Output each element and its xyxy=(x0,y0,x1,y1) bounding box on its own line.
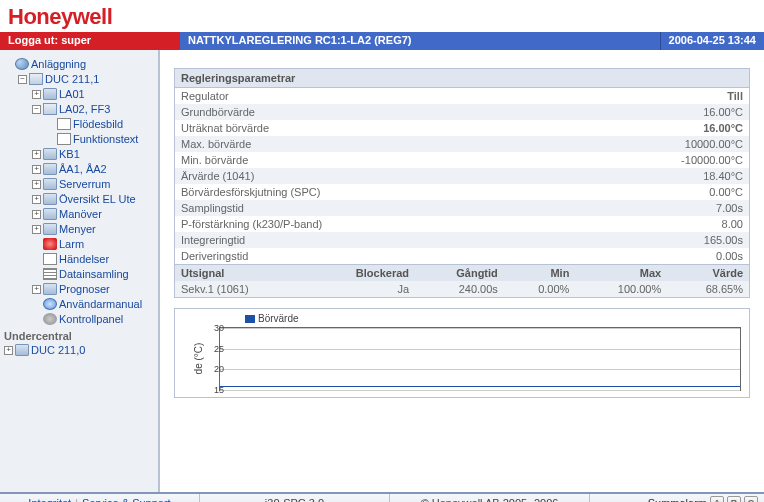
param-label: Deriveringstid xyxy=(175,248,562,264)
tree-toggle-icon[interactable]: + xyxy=(32,165,41,174)
param-value[interactable]: -10000.00°C xyxy=(562,152,749,168)
chart-grid: 15202530 xyxy=(219,327,741,391)
tree-label: DUC 211,0 xyxy=(31,344,85,356)
output-table: UtsignalBlockeradGångtidMinMaxVärdeSekv.… xyxy=(175,264,749,297)
tree-node[interactable]: +Menyer xyxy=(32,222,156,236)
tree-label: LA01 xyxy=(59,88,85,100)
tree-node[interactable]: Användarmanual xyxy=(32,297,156,311)
param-row: Integreringtid165.00s xyxy=(175,232,749,248)
param-row: Min. börvärde-10000.00°C xyxy=(175,152,749,168)
tree-label: Anläggning xyxy=(31,58,86,70)
tree-toggle-icon[interactable]: − xyxy=(18,75,27,84)
tree-label: Datainsamling xyxy=(59,268,129,280)
alarm-badge-c[interactable]: C xyxy=(744,496,758,502)
tree-node[interactable]: +KB1 xyxy=(32,147,156,161)
alarm-badge-a[interactable]: A xyxy=(710,496,724,502)
tree-label: DUC 211,1 xyxy=(45,73,99,85)
output-header: Värde xyxy=(667,265,749,282)
tree-node[interactable]: +Manöver xyxy=(32,207,156,221)
footer-link-support[interactable]: Service & Support xyxy=(82,497,171,502)
logout-user: super xyxy=(61,34,91,46)
tree-node[interactable]: +Prognoser xyxy=(32,282,156,296)
param-value[interactable]: 0.00s xyxy=(562,248,749,264)
param-label: Integreringtid xyxy=(175,232,562,248)
param-row: RegulatorTill xyxy=(175,88,749,104)
tree-label: Prognoser xyxy=(59,283,110,295)
output-header-row: UtsignalBlockeradGångtidMinMaxVärde xyxy=(175,265,749,282)
tree-toggle-icon[interactable]: + xyxy=(32,195,41,204)
nav-tree[interactable]: Anläggning−DUC 211,1+LA01−LA02, FF3Flöde… xyxy=(0,50,160,492)
chart-ylabel: de (°C) xyxy=(193,343,204,375)
param-label: Uträknat börvärde xyxy=(175,120,562,136)
tree-toggle-icon[interactable]: + xyxy=(32,150,41,159)
output-header: Min xyxy=(504,265,576,282)
param-label: Grundbörvärde xyxy=(175,104,562,120)
output-header: Utsignal xyxy=(175,265,307,282)
alarm-badge-b[interactable]: B xyxy=(727,496,741,502)
gear-icon xyxy=(43,313,57,325)
tree-label: Översikt EL Ute xyxy=(59,193,136,205)
chart-ytick: 30 xyxy=(214,323,224,333)
param-row: Uträknat börvärde16.00°C xyxy=(175,120,749,136)
param-value[interactable]: 18.40°C xyxy=(562,168,749,184)
tree-node[interactable]: +Översikt EL Ute xyxy=(32,192,156,206)
tree-toggle-icon[interactable]: + xyxy=(4,346,13,355)
output-header: Gångtid xyxy=(415,265,504,282)
param-value[interactable]: Till xyxy=(562,88,749,104)
tree-node[interactable]: −LA02, FF3 xyxy=(32,102,156,116)
tree-node[interactable]: Datainsamling xyxy=(32,267,156,281)
brand-logo: Honeywell xyxy=(0,0,764,32)
tree-node[interactable]: +DUC 211,0 xyxy=(4,343,156,357)
tree-node[interactable]: Kontrollpanel xyxy=(32,312,156,326)
tree-node[interactable]: Anläggning xyxy=(4,57,156,71)
logout-area[interactable]: Logga ut: super xyxy=(0,32,180,50)
tree-node[interactable]: −DUC 211,1 xyxy=(18,72,156,86)
tree-label: ÅA1, ÅA2 xyxy=(59,163,107,175)
param-value[interactable]: 16.00°C xyxy=(562,120,749,136)
tree-node[interactable]: Flödesbild xyxy=(46,117,156,131)
param-value[interactable]: 8.00 xyxy=(562,216,749,232)
param-value[interactable]: 7.00s xyxy=(562,200,749,216)
tree-node[interactable]: Händelser xyxy=(32,252,156,266)
tree-toggle-icon[interactable]: + xyxy=(32,90,41,99)
tree-toggle-icon[interactable]: + xyxy=(32,210,41,219)
output-row: Sekv.1 (1061)Ja240.00s0.00%100.00%68.65% xyxy=(175,281,749,297)
grid-icon xyxy=(43,268,57,280)
output-cell: 100.00% xyxy=(575,281,667,297)
chart-ytick: 25 xyxy=(214,344,224,354)
param-row: Börvärdesförskjutning (SPC)0.00°C xyxy=(175,184,749,200)
param-row: Max. börvärde10000.00°C xyxy=(175,136,749,152)
tree-label: KB1 xyxy=(59,148,80,160)
tree-toggle-icon[interactable]: + xyxy=(32,285,41,294)
chart-series-line xyxy=(220,386,740,387)
globe-icon xyxy=(15,58,29,70)
tree-node[interactable]: +Serverrum xyxy=(32,177,156,191)
tree-toggle-icon[interactable]: − xyxy=(32,105,41,114)
chart-panel: Börvärde de (°C) 15202530 xyxy=(174,308,750,398)
tree-node[interactable]: +LA01 xyxy=(32,87,156,101)
footer-bar: Integritet | Service & Support i30-SPC 3… xyxy=(0,492,764,502)
footer-link-integritet[interactable]: Integritet xyxy=(28,497,71,502)
output-cell: Ja xyxy=(307,281,415,297)
param-value[interactable]: 0.00°C xyxy=(562,184,749,200)
param-row: Ärvärde (1041)18.40°C xyxy=(175,168,749,184)
top-bar: Logga ut: super NATTKYLAREGLERING RC1:1-… xyxy=(0,32,764,50)
param-value[interactable]: 10000.00°C xyxy=(562,136,749,152)
tree-toggle-icon[interactable]: + xyxy=(32,225,41,234)
param-value[interactable]: 16.00°C xyxy=(562,104,749,120)
tree-toggle-icon[interactable]: + xyxy=(32,180,41,189)
tree-node[interactable]: Larm xyxy=(32,237,156,251)
param-row: Deriveringstid0.00s xyxy=(175,248,749,264)
output-header: Blockerad xyxy=(307,265,415,282)
tree-node[interactable]: +ÅA1, ÅA2 xyxy=(32,162,156,176)
params-panel: Regleringsparametrar RegulatorTillGrundb… xyxy=(174,68,750,298)
footer-separator: | xyxy=(75,497,78,502)
folder-icon xyxy=(43,88,57,100)
doc-icon xyxy=(57,133,71,145)
tree-label: LA02, FF3 xyxy=(59,103,110,115)
tree-label: Manöver xyxy=(59,208,102,220)
tree-node[interactable]: Funktionstext xyxy=(46,132,156,146)
output-cell: 240.00s xyxy=(415,281,504,297)
param-value[interactable]: 165.00s xyxy=(562,232,749,248)
output-cell: 68.65% xyxy=(667,281,749,297)
